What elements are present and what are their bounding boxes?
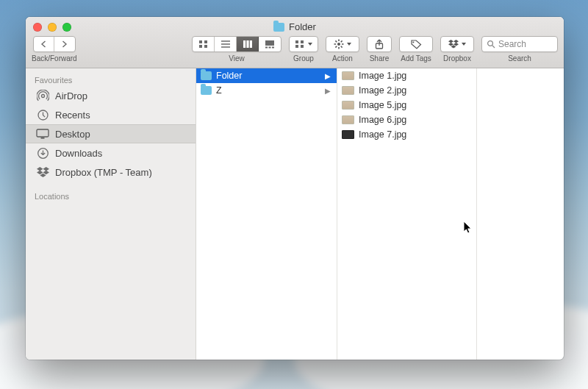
chevron-down-icon: [308, 43, 312, 46]
view-gallery[interactable]: [259, 37, 281, 51]
sidebar-item-recents[interactable]: Recents: [26, 105, 196, 124]
share-button[interactable]: [367, 36, 392, 52]
list-item-label: Image 7.jpg: [359, 129, 406, 140]
column-1[interactable]: Folder ▶ Z ▶: [196, 68, 337, 360]
window-title: Folder: [26, 21, 564, 32]
list-item-label: Image 1.jpg: [359, 71, 406, 81]
view-columns[interactable]: [237, 37, 259, 51]
svg-rect-1: [204, 40, 207, 43]
window-body: Favourites AirDrop Recents Desktop: [26, 68, 564, 360]
column-2[interactable]: Image 1.jpg Image 2.jpg Image 5.jpg Imag…: [337, 68, 477, 360]
back-forward-segment: [33, 36, 76, 52]
back-forward-group: Back/Forward: [32, 36, 77, 63]
dropbox-label: Dropbox: [443, 54, 471, 63]
sidebar-item-dropbox[interactable]: Dropbox (TMP - Team): [26, 163, 196, 182]
list-item-label: Image 2.jpg: [359, 85, 406, 96]
group-icon: [295, 40, 305, 49]
list-item-label: Image 6.jpg: [359, 115, 406, 125]
list-item[interactable]: Image 1.jpg: [337, 68, 476, 83]
list-item[interactable]: Image 5.jpg: [337, 98, 476, 113]
image-thumb-icon: [342, 115, 354, 124]
dropbox-button[interactable]: [440, 36, 474, 52]
sidebar-item-label: Desktop: [55, 129, 90, 140]
group-label: Group: [293, 54, 314, 63]
svg-rect-7: [243, 40, 245, 48]
list-item[interactable]: Z ▶: [196, 83, 337, 98]
svg-rect-11: [265, 47, 268, 49]
list-item[interactable]: Image 2.jpg: [337, 83, 476, 98]
airdrop-icon: [36, 89, 49, 102]
sidebar-item-airdrop[interactable]: AirDrop: [26, 86, 196, 105]
chevron-down-icon: [347, 43, 351, 46]
download-icon: [36, 146, 49, 160]
image-thumb-icon: [342, 101, 354, 110]
list-item-label: Z: [216, 85, 222, 96]
svg-rect-9: [249, 40, 251, 48]
forward-button[interactable]: [54, 37, 75, 51]
svg-point-28: [412, 41, 414, 43]
chevron-right-icon: ▶: [325, 72, 331, 80]
sidebar-item-label: Dropbox (TMP - Team): [55, 167, 152, 178]
view-icon-grid[interactable]: [193, 37, 215, 51]
chevron-down-icon: [462, 43, 466, 46]
tag-icon: [411, 40, 422, 49]
sidebar-item-downloads[interactable]: Downloads: [26, 143, 196, 163]
svg-line-23: [335, 40, 337, 42]
list-item-label: Image 5.jpg: [359, 100, 406, 110]
sidebar-header-favourites: Favourites: [26, 73, 196, 86]
svg-point-29: [488, 41, 493, 46]
view-list[interactable]: [215, 37, 237, 51]
action-label: Action: [332, 54, 353, 63]
svg-rect-13: [272, 47, 274, 49]
search-placeholder: Search: [498, 39, 526, 49]
back-forward-label: Back/Forward: [32, 54, 77, 63]
view-group: View: [192, 36, 282, 63]
folder-icon: [201, 71, 212, 80]
svg-rect-33: [37, 129, 49, 137]
list-item[interactable]: Folder ▶: [196, 68, 337, 83]
list-item[interactable]: Image 6.jpg: [337, 113, 476, 127]
svg-line-25: [341, 40, 343, 42]
sidebar: Favourites AirDrop Recents Desktop: [26, 68, 196, 360]
dropbox-group: Dropbox: [440, 36, 474, 63]
svg-line-24: [341, 46, 343, 48]
list-item-label: Folder: [216, 71, 242, 81]
finder-window: Folder Back/Forward: [26, 17, 564, 360]
svg-line-30: [492, 46, 495, 48]
share-icon: [375, 39, 384, 49]
toolbar: Back/Forward: [32, 36, 558, 67]
sidebar-item-label: Recents: [55, 110, 90, 121]
svg-rect-8: [246, 40, 248, 48]
search-input[interactable]: Search: [481, 36, 558, 52]
back-button[interactable]: [34, 37, 54, 51]
svg-rect-10: [265, 40, 274, 46]
desktop-icon: [36, 127, 49, 140]
svg-rect-2: [199, 45, 202, 48]
svg-rect-3: [204, 45, 207, 48]
action-menu-group: Action: [326, 36, 359, 63]
sidebar-item-desktop[interactable]: Desktop: [26, 124, 196, 143]
add-tags-label: Add Tags: [401, 54, 431, 63]
dropbox-icon: [448, 40, 459, 49]
list-item[interactable]: Image 7.jpg: [337, 127, 476, 142]
search-label: Search: [508, 54, 531, 63]
search-icon: [487, 40, 495, 49]
share-group: Share: [367, 36, 392, 63]
sidebar-item-label: Downloads: [55, 148, 102, 159]
group-menu-button[interactable]: [289, 36, 318, 52]
svg-rect-16: [295, 45, 298, 48]
search-group: Search Search: [481, 36, 558, 63]
share-label: Share: [370, 54, 390, 63]
image-thumb-icon: [342, 86, 354, 95]
svg-rect-17: [301, 45, 304, 48]
sidebar-header-locations: Locations: [26, 189, 196, 202]
gear-icon: [334, 39, 344, 49]
sidebar-item-label: AirDrop: [55, 90, 87, 101]
add-tags-button[interactable]: [399, 36, 433, 52]
image-thumb-icon: [342, 130, 354, 139]
column-view: Folder ▶ Z ▶ Image 1.jpg Image 2.jpg: [196, 68, 564, 360]
column-3[interactable]: [477, 68, 564, 360]
window-title-text: Folder: [289, 21, 316, 32]
action-menu-button[interactable]: [326, 36, 359, 52]
svg-line-26: [335, 46, 337, 48]
